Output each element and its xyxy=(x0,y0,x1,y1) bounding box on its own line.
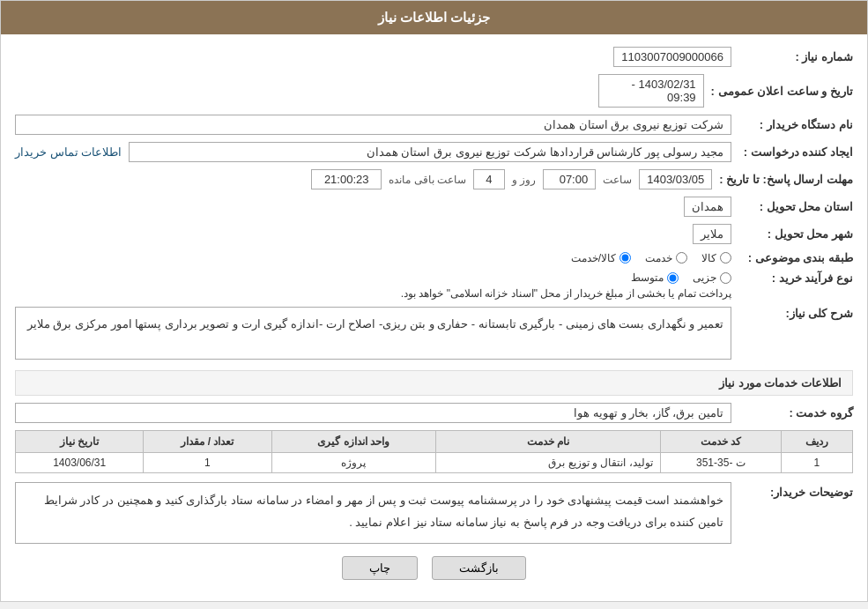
tarikh-aelaan-label: تاریخ و ساعت اعلان عمومی : xyxy=(711,85,853,98)
tawzih-label: توضیحات خریدار: xyxy=(738,486,853,499)
farayand-label: نوع فرآیند خرید : xyxy=(738,271,853,285)
jazii-label: جزیی xyxy=(693,271,716,284)
baghimande-val: 21:00:23 xyxy=(311,169,382,189)
sharh-label: شرح کلی نیاز: xyxy=(738,307,853,320)
saat-label: ساعت xyxy=(603,174,632,186)
khedmat-label: خدمت xyxy=(645,252,672,264)
mohlat-saat: 07:00 xyxy=(543,169,596,189)
radio-motasat[interactable]: متوسط xyxy=(631,271,679,284)
cell-radif: 1 xyxy=(781,453,852,473)
ostan-value: همدان xyxy=(684,197,731,217)
cell-nam: تولید، انتقال و توزیع برق xyxy=(435,453,660,473)
khadamat-header: اطلاعات خدمات مورد نیاز xyxy=(15,370,853,396)
radio-khedmat[interactable]: خدمت xyxy=(645,252,687,264)
radio-jazii[interactable]: جزیی xyxy=(693,271,731,284)
page-title: جزئیات اطلاعات نیاز xyxy=(1,1,867,34)
cell-kod: ت -35-351 xyxy=(660,453,781,473)
service-table: ردیف کد خدمت نام خدمت واحد اندازه گیری ت… xyxy=(15,430,853,473)
tarikh-aelaan-value: 1403/02/31 - 09:39 xyxy=(598,74,704,108)
shomareNiaz-label: شماره نیاز : xyxy=(738,50,853,63)
kala-label: کالا xyxy=(701,252,716,264)
baghimande-label: ساعت باقی مانده xyxy=(389,174,466,186)
tawzih-value: خواهشمند است قیمت پیشنهادی خود را در پرس… xyxy=(15,482,731,544)
radio-kala-khedmat[interactable]: کالا/خدمت xyxy=(571,252,631,264)
cell-vahed: پروژه xyxy=(271,453,435,473)
namdastgah-label: نام دستگاه خریدار : xyxy=(738,118,853,131)
grooh-label: گروه خدمت : xyxy=(738,406,853,420)
grooh-value: تامین برق، گاز، بخار و تهویه هوا xyxy=(15,403,731,423)
roz-label: روز و xyxy=(512,174,536,186)
shomareNiaz-value: 1103007009000066 xyxy=(613,47,731,67)
radio-kala[interactable]: کالا xyxy=(701,252,731,264)
ijadkonande-label: ایجاد کننده درخواست : xyxy=(738,145,853,159)
cell-tarikh: 1403/06/31 xyxy=(16,453,144,473)
motasat-label: متوسط xyxy=(631,271,664,284)
tamas-kharidar-link[interactable]: اطلاعات تماس خریدار xyxy=(15,145,122,159)
mohlat-roz: 4 xyxy=(473,169,505,189)
col-tedad: تعداد / مقدار xyxy=(144,431,271,453)
ijadkonande-value: مجید رسولی پور کارشناس قراردادها شرکت تو… xyxy=(129,142,731,162)
mohlat-label: مهلت ارسال پاسخ: تا تاریخ : xyxy=(719,173,853,186)
col-nam: نام خدمت xyxy=(435,431,660,453)
cell-tedad: 1 xyxy=(144,453,271,473)
shahr-value: ملایر xyxy=(693,224,731,244)
farayand-note: پرداخت تمام یا بخشی از مبلغ خریدار از مح… xyxy=(401,287,731,300)
namdastgah-value: شرکت توزیع نیروی برق استان همدان xyxy=(15,115,731,135)
ostan-label: استان محل تحویل : xyxy=(738,200,853,213)
col-kod: کد خدمت xyxy=(660,431,781,453)
table-row: 1 ت -35-351 تولید، انتقال و توزیع برق پر… xyxy=(16,453,853,473)
kala-khedmat-label: کالا/خدمت xyxy=(571,252,616,264)
back-button[interactable]: بازگشت xyxy=(432,556,526,580)
sharh-value: تعمیر و نگهداری بست های زمینی - بارگیری … xyxy=(15,307,731,360)
print-button[interactable]: چاپ xyxy=(342,556,418,580)
col-vahed: واحد اندازه گیری xyxy=(271,431,435,453)
tabaqeh-label: طبقه بندی موضوعی : xyxy=(738,251,853,264)
col-radif: ردیف xyxy=(781,431,852,453)
col-tarikh: تاریخ نیاز xyxy=(16,431,144,453)
mohlat-date: 1403/03/05 xyxy=(639,169,712,189)
shahr-label: شهر محل تحویل : xyxy=(738,227,853,241)
